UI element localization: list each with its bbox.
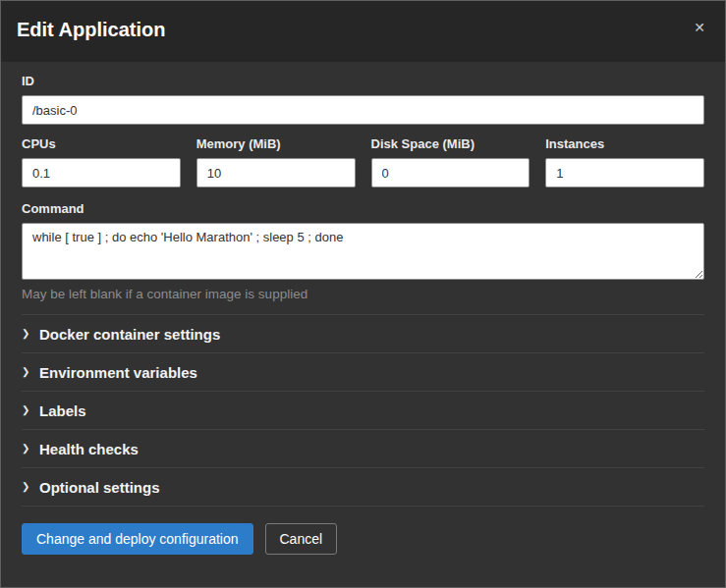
- cancel-button[interactable]: Cancel: [265, 523, 338, 555]
- modal-footer: Change and deploy configuration Cancel: [1, 507, 725, 571]
- section-health-checks[interactable]: ❯ Health checks: [22, 430, 704, 468]
- id-input[interactable]: [22, 95, 704, 125]
- instances-field-group: Instances: [545, 136, 704, 187]
- memory-label: Memory (MiB): [196, 136, 356, 152]
- memory-field-group: Memory (MiB): [196, 136, 356, 187]
- close-icon: ✕: [694, 20, 705, 35]
- section-label: Environment variables: [39, 364, 197, 381]
- command-label: Command: [22, 201, 704, 217]
- close-button[interactable]: ✕: [690, 17, 709, 38]
- modal-header: Edit Application ✕: [1, 1, 725, 62]
- section-label: Labels: [39, 402, 86, 419]
- id-label: ID: [22, 74, 704, 89]
- chevron-right-icon: ❯: [22, 367, 39, 377]
- section-label: Optional settings: [39, 479, 160, 496]
- section-environment-variables[interactable]: ❯ Environment variables: [22, 353, 704, 392]
- modal-body: ID CPUs Memory (MiB) Disk Space (MiB) In…: [1, 62, 725, 507]
- cpus-field-group: CPUs: [22, 136, 181, 187]
- command-textarea[interactable]: while [ true ] ; do echo 'Hello Marathon…: [22, 223, 704, 280]
- collapsible-sections: ❯ Docker container settings ❯ Environmen…: [22, 314, 704, 507]
- section-docker-container-settings[interactable]: ❯ Docker container settings: [22, 315, 704, 353]
- instances-label: Instances: [545, 136, 704, 152]
- command-field-group: Command while [ true ] ; do echo 'Hello …: [22, 201, 704, 302]
- command-help-text: May be left blank if a container image i…: [22, 286, 704, 302]
- section-optional-settings[interactable]: ❯ Optional settings: [22, 468, 704, 507]
- resources-row: CPUs Memory (MiB) Disk Space (MiB) Insta…: [22, 136, 704, 187]
- instances-input[interactable]: [545, 158, 704, 187]
- chevron-right-icon: ❯: [22, 329, 39, 339]
- disk-label: Disk Space (MiB): [371, 136, 531, 152]
- id-field-group: ID: [22, 74, 704, 125]
- cpus-label: CPUs: [22, 136, 181, 152]
- change-and-deploy-button[interactable]: Change and deploy configuration: [22, 523, 253, 555]
- section-label: Health checks: [39, 441, 139, 457]
- cpus-input[interactable]: [22, 158, 181, 187]
- chevron-right-icon: ❯: [22, 405, 39, 415]
- chevron-right-icon: ❯: [22, 444, 39, 454]
- modal-title: Edit Application: [17, 17, 165, 42]
- section-label: Docker container settings: [39, 326, 220, 343]
- section-labels[interactable]: ❯ Labels: [22, 392, 704, 430]
- disk-field-group: Disk Space (MiB): [371, 136, 531, 187]
- disk-input[interactable]: [371, 158, 531, 187]
- chevron-right-icon: ❯: [22, 482, 39, 492]
- memory-input[interactable]: [196, 158, 356, 187]
